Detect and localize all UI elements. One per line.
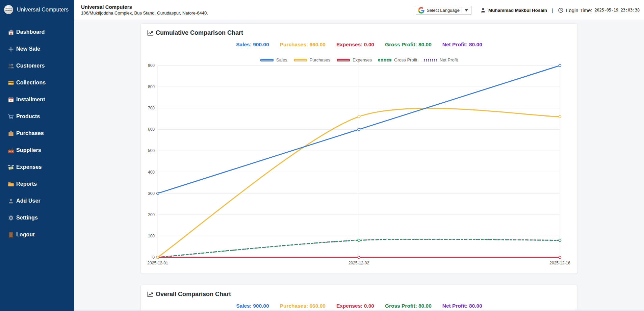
series-point-purchases [358, 115, 360, 118]
door-icon [8, 232, 14, 238]
sidebar-item-settings[interactable]: Settings [0, 209, 74, 226]
house-icon [8, 29, 14, 35]
y-tick-label: 700 [148, 106, 155, 110]
sidebar-item-add-user[interactable]: Add User [0, 192, 74, 209]
sidebar: UniversalComputers Universal Computers D… [0, 0, 74, 311]
chart-summary-row: Sales: 900.00Purchases: 660.00Expenses: … [141, 42, 577, 48]
sidebar-item-reports[interactable]: Reports [0, 176, 74, 192]
summary-stat-expenses: Expenses: 0.00 [336, 303, 374, 309]
user-chip: Muhammad Makbul Hosain [480, 7, 547, 13]
svg-text:31: 31 [9, 99, 12, 102]
summary-stat-purchases: Purchases: 660.00 [280, 42, 326, 48]
summary-stat-sales: Sales: 900.00 [236, 42, 269, 48]
sidebar-item-installment[interactable]: 31 Installment [0, 91, 74, 108]
calendar-icon: 31 [8, 97, 14, 103]
sidebar-item-dashboard[interactable]: Dashboard [0, 24, 74, 41]
series-point-expenses [559, 256, 561, 259]
series-point-purchases [559, 115, 561, 118]
chart-increasing-icon [147, 291, 153, 297]
user-name: Muhammad Makbul Hosain [488, 8, 547, 13]
language-selector[interactable]: Select Language [416, 6, 471, 15]
summary-stat-net-profit: Net Profit: 80.00 [442, 42, 482, 48]
legend-item-sales[interactable]: Sales [260, 57, 287, 62]
login-time-chip: Login Time: 2025-05-19 23:03:38 [558, 7, 640, 13]
legend-label: Expenses [353, 57, 372, 62]
brand-name: Universal Computers [17, 7, 69, 13]
plus-icon [8, 46, 14, 52]
overall-chart-card: Overall Comparison Chart Sales: 900.00Pu… [141, 285, 577, 311]
chart-legend: SalesPurchasesExpensesGross ProfitNet Pr… [141, 57, 577, 62]
summary-stat-gross-profit: Gross Profit: 80.00 [385, 303, 432, 309]
x-tick-label: 2025-12-02 [349, 261, 369, 265]
sidebar-item-products[interactable]: Products [0, 108, 74, 125]
series-point-net-profit [157, 256, 159, 259]
series-line-net-profit [158, 239, 560, 257]
sidebar-item-label: Collections [16, 80, 46, 86]
summary-stat-sales: Sales: 900.00 [236, 303, 269, 309]
clock-icon [558, 7, 564, 13]
legend-item-gross-profit[interactable]: Gross Profit [378, 57, 417, 62]
login-time-value: 2025-05-19 23:03:38 [595, 8, 640, 12]
language-selector-label: Select Language [427, 8, 460, 13]
sidebar-item-suppliers[interactable]: Suppliers [0, 142, 74, 159]
separator: | [551, 7, 554, 13]
sidebar-item-purchases[interactable]: Purchases [0, 125, 74, 142]
sidebar-item-label: Installment [16, 97, 45, 103]
legend-item-expenses[interactable]: Expenses [337, 57, 372, 62]
series-point-expenses [358, 256, 360, 259]
series-point-sales [559, 64, 561, 67]
sidebar-nav: Dashboard New Sale Customers Collections… [0, 24, 74, 243]
y-tick-label: 0 [152, 255, 155, 260]
sidebar-item-label: Purchases [16, 130, 44, 136]
brand-logo-avatar: UniversalComputers [4, 5, 13, 14]
sidebar-item-logout[interactable]: Logout [0, 226, 74, 243]
sidebar-item-new-sale[interactable]: New Sale [0, 41, 74, 57]
top-header: Universal Computers 106/Muktijoddha Comp… [74, 0, 644, 20]
sidebar-brand[interactable]: UniversalComputers Universal Computers [0, 0, 74, 14]
folder-icon [8, 181, 14, 187]
person-icon [8, 198, 14, 204]
sidebar-item-label: Reports [16, 181, 37, 187]
y-tick-label: 500 [148, 148, 155, 153]
series-point-gross-profit [157, 256, 159, 259]
sidebar-item-expenses[interactable]: Expenses [0, 159, 74, 176]
login-time-label: Login Time: [566, 7, 592, 13]
legend-label: Sales [276, 57, 287, 62]
summary-stat-gross-profit: Gross Profit: 80.00 [385, 42, 432, 48]
sidebar-item-label: Expenses [16, 164, 42, 170]
legend-item-net-profit[interactable]: Net Profit [424, 57, 458, 62]
cumulative-chart-title: Cumulative Comparison Chart [147, 29, 243, 36]
sidebar-item-label: New Sale [16, 46, 40, 52]
sidebar-item-collections[interactable]: Collections [0, 74, 74, 91]
chevron-down-icon [465, 9, 468, 11]
x-tick-label: 2025-12-01 [147, 261, 168, 265]
sidebar-item-label: Suppliers [16, 147, 41, 153]
legend-swatch [294, 59, 307, 61]
legend-swatch [260, 59, 274, 61]
factory-icon [8, 147, 14, 154]
x-tick-label: 2025-12-16 [549, 261, 570, 265]
series-point-expenses [157, 256, 159, 259]
sidebar-item-customers[interactable]: Customers [0, 57, 74, 74]
series-point-sales [358, 128, 360, 131]
horizontal-scrollbar[interactable] [74, 310, 644, 311]
series-line-gross-profit [158, 239, 560, 257]
sidebar-item-label: Customers [16, 63, 45, 69]
sidebar-item-label: Products [16, 113, 40, 120]
chart-increasing-icon [147, 30, 153, 36]
summary-stat-expenses: Expenses: 0.00 [336, 42, 374, 48]
sidebar-item-label: Settings [16, 215, 38, 221]
legend-item-purchases[interactable]: Purchases [294, 57, 330, 62]
series-point-net-profit [559, 239, 561, 241]
y-tick-label: 200 [148, 212, 155, 217]
shopping-cart-icon [8, 113, 14, 120]
user-icon [480, 7, 486, 13]
series-point-gross-profit [358, 239, 360, 241]
legend-label: Net Profit [440, 57, 458, 62]
cumulative-chart-card: Cumulative Comparison Chart Sales: 900.0… [141, 24, 577, 274]
header-company-name: Universal Computers [81, 4, 132, 10]
series-point-net-profit [358, 239, 360, 241]
legend-label: Purchases [310, 57, 330, 62]
google-icon [418, 7, 424, 14]
sidebar-item-label: Logout [16, 232, 35, 238]
